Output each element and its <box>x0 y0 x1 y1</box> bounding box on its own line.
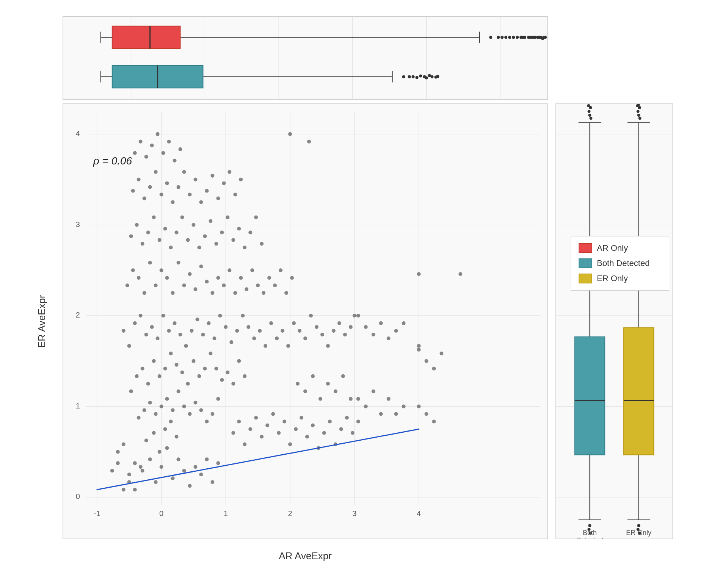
svg-point-85 <box>163 427 167 431</box>
svg-point-88 <box>133 461 137 465</box>
svg-point-100 <box>177 390 180 393</box>
svg-point-141 <box>190 329 193 333</box>
svg-point-221 <box>248 230 252 234</box>
svg-point-264 <box>294 427 298 431</box>
svg-point-273 <box>345 416 349 420</box>
svg-point-183 <box>199 264 203 268</box>
svg-point-95 <box>148 401 152 405</box>
svg-point-93 <box>137 416 141 420</box>
svg-point-253 <box>231 431 235 435</box>
svg-point-150 <box>241 314 245 318</box>
svg-point-111 <box>146 382 150 386</box>
svg-point-301 <box>353 314 356 318</box>
svg-point-181 <box>188 272 191 276</box>
legend-item-er-only: ER Only <box>579 274 661 283</box>
svg-point-106 <box>210 412 214 416</box>
svg-point-151 <box>246 325 250 329</box>
svg-point-135 <box>156 336 160 340</box>
svg-point-39 <box>408 75 411 78</box>
svg-point-215 <box>214 242 218 246</box>
svg-text:4: 4 <box>417 509 421 518</box>
svg-point-120 <box>197 374 201 378</box>
svg-point-133 <box>144 333 148 336</box>
svg-text:0: 0 <box>159 509 163 518</box>
svg-point-15 <box>504 36 507 39</box>
right-panel: Both Detected ER Only <box>555 103 673 539</box>
svg-point-227 <box>148 185 152 189</box>
svg-point-167 <box>337 321 341 325</box>
svg-point-137 <box>167 329 171 333</box>
svg-point-234 <box>188 193 191 197</box>
svg-point-339 <box>588 524 591 527</box>
svg-point-81 <box>188 484 191 488</box>
svg-point-261 <box>277 431 281 435</box>
svg-point-200 <box>129 234 133 238</box>
svg-point-175 <box>154 283 158 287</box>
svg-point-89 <box>127 472 131 476</box>
svg-point-158 <box>286 344 290 348</box>
svg-point-142 <box>195 318 199 321</box>
svg-point-173 <box>143 291 146 295</box>
svg-point-246 <box>144 155 148 159</box>
svg-point-294 <box>417 405 421 408</box>
svg-rect-50 <box>63 104 548 539</box>
svg-point-292 <box>432 367 436 371</box>
svg-rect-323 <box>556 104 673 539</box>
legend-item-both: Both Detected <box>579 258 661 268</box>
svg-point-73 <box>141 469 144 472</box>
svg-point-163 <box>315 325 318 329</box>
svg-point-152 <box>252 336 256 340</box>
svg-rect-330 <box>575 337 605 455</box>
svg-point-201 <box>135 223 139 227</box>
svg-point-219 <box>237 227 241 230</box>
svg-point-136 <box>162 314 165 318</box>
svg-point-272 <box>339 427 343 431</box>
svg-point-285 <box>372 390 375 393</box>
legend-label-er-only: ER Only <box>597 274 628 283</box>
svg-point-186 <box>216 276 220 280</box>
svg-text:ER Only: ER Only <box>626 529 651 537</box>
svg-point-84 <box>158 450 162 454</box>
svg-point-86 <box>169 420 173 424</box>
svg-point-148 <box>229 340 233 344</box>
svg-point-228 <box>154 170 158 174</box>
svg-point-199 <box>290 276 294 280</box>
svg-point-245 <box>139 140 143 144</box>
svg-point-156 <box>275 336 279 340</box>
svg-point-75 <box>154 480 158 484</box>
svg-point-314 <box>303 390 307 393</box>
svg-text:3: 3 <box>352 509 356 518</box>
svg-point-176 <box>160 268 163 272</box>
svg-point-302 <box>417 344 421 348</box>
svg-point-195 <box>267 276 271 280</box>
svg-point-283 <box>356 397 360 401</box>
svg-point-26 <box>534 36 537 39</box>
svg-point-260 <box>271 412 275 416</box>
svg-point-80 <box>182 469 186 472</box>
svg-point-296 <box>432 420 436 424</box>
svg-point-252 <box>179 147 182 151</box>
svg-text:2: 2 <box>76 311 80 319</box>
svg-point-198 <box>284 291 288 295</box>
svg-point-353 <box>637 524 640 527</box>
svg-point-299 <box>288 132 292 136</box>
svg-point-182 <box>193 287 197 291</box>
svg-point-251 <box>173 159 177 163</box>
svg-point-123 <box>214 367 218 371</box>
svg-point-128 <box>243 374 246 378</box>
svg-point-193 <box>256 283 260 287</box>
main-scatter-panel: -1 0 1 2 3 4 0 1 2 3 4 ρ = 0.06 <box>63 103 548 539</box>
svg-point-202 <box>141 242 144 246</box>
svg-point-276 <box>356 314 360 318</box>
svg-point-279 <box>379 321 383 325</box>
svg-point-238 <box>210 174 214 178</box>
svg-point-188 <box>228 268 231 272</box>
svg-point-348 <box>637 110 640 113</box>
svg-point-165 <box>326 344 330 348</box>
x-axis-label: AR AveExpr <box>63 550 548 562</box>
svg-point-222 <box>254 215 258 219</box>
svg-point-79 <box>177 457 180 461</box>
svg-point-308 <box>193 465 197 469</box>
svg-point-46 <box>430 75 433 78</box>
svg-text:0: 0 <box>76 492 80 501</box>
